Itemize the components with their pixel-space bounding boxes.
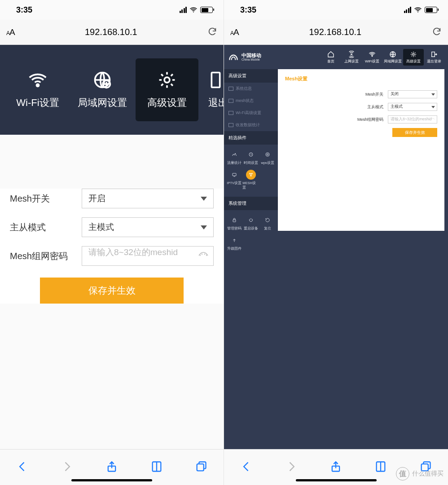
- mesh-mode-label-r: 主从模式: [352, 104, 383, 110]
- tnav-wan[interactable]: 上网设置: [341, 49, 362, 66]
- watermark: 值什么值得买: [396, 467, 444, 481]
- svg-point-16: [267, 154, 268, 155]
- bookmarks-button[interactable]: [374, 460, 387, 475]
- svg-rect-21: [233, 220, 236, 222]
- mesh-form: Mesh开关 开启 主从模式 主模式 Mesh组网密码 请输入8~32位的mes…: [0, 189, 224, 304]
- sys-reboot[interactable]: 重启设备: [242, 213, 259, 233]
- wifi-icon: [189, 6, 198, 14]
- svg-point-9: [351, 53, 352, 55]
- back-button[interactable]: [16, 460, 29, 475]
- browser-address-bar[interactable]: AA 192.168.10.1: [224, 20, 448, 45]
- mesh-pwd-label-r: Mesh组网密码: [352, 117, 383, 123]
- svg-rect-7: [197, 464, 204, 471]
- clock: 3:35: [240, 5, 256, 15]
- browser-address-bar[interactable]: AA 192.168.10.1: [0, 20, 224, 45]
- plugin-mesh[interactable]: MESH设置: [242, 168, 259, 192]
- svg-point-10: [372, 56, 373, 57]
- mesh-mode-select[interactable]: 主模式: [82, 217, 214, 237]
- sidebar-item-traffic[interactable]: 收发数据统计: [224, 119, 278, 131]
- nav-lan[interactable]: 局域网设置: [71, 58, 134, 121]
- svg-rect-5: [211, 73, 220, 88]
- refresh-button[interactable]: [207, 26, 217, 38]
- sidebar-item-meshstat[interactable]: mesh状态: [224, 95, 278, 107]
- clock: 3:35: [16, 5, 32, 15]
- nav-advanced[interactable]: 高级设置: [136, 58, 198, 121]
- url-display[interactable]: 192.168.10.1: [19, 27, 203, 37]
- chevron-down-icon: [431, 93, 435, 96]
- plugin-wps[interactable]: wps设置: [259, 147, 276, 168]
- sidebar-item-sysinfo[interactable]: 系统信息: [224, 83, 278, 95]
- mesh-password-label: Mesh组网密码: [10, 250, 82, 262]
- mesh-mode-select-r[interactable]: 主模式: [388, 103, 437, 111]
- home-indicator: [296, 479, 377, 481]
- sidebar: 高级设置 系统信息 mesh状态 Wi-Fi高级设置 收发数据统计 精选插件 流…: [224, 69, 278, 258]
- battery-icon: [425, 7, 437, 13]
- content-panel: Mesh设置 Mesh开关 关闭 主从模式 主模式 Mesh组网密码 请输入8~…: [278, 69, 444, 231]
- tabs-button[interactable]: [195, 460, 207, 475]
- url-display[interactable]: 192.168.10.1: [243, 27, 427, 37]
- mesh-mode-label: 主从模式: [10, 221, 82, 234]
- mesh-pwd-input-r[interactable]: 请输入8~32位的meshid: [388, 115, 437, 123]
- plugin-iptv[interactable]: IPTV设置: [226, 168, 242, 192]
- tnav-wifi[interactable]: WiFi设置: [362, 49, 382, 66]
- mesh-switch-select-r[interactable]: 关闭: [388, 90, 437, 98]
- tnav-advanced[interactable]: 高级设置: [403, 49, 424, 66]
- text-size-button[interactable]: AA: [6, 27, 15, 37]
- sidebar-header-advanced: 高级设置: [224, 69, 278, 83]
- sidebar-item-wifiadv[interactable]: Wi-Fi高级设置: [224, 107, 278, 119]
- sidebar-header-plugins: 精选插件: [224, 131, 278, 145]
- content-title: Mesh设置: [285, 75, 437, 82]
- svg-point-8: [417, 11, 418, 12]
- nav-wifi[interactable]: Wi-Fi设置: [6, 58, 69, 121]
- home-indicator: [71, 479, 152, 481]
- svg-point-15: [266, 153, 269, 156]
- mesh-password-input[interactable]: 请输入8~32位的meshid: [82, 246, 214, 266]
- admin-top-nav: 中国移动China Mobile 首页 上网设置 WiFi设置 局域网设置 高级…: [224, 45, 448, 69]
- sidebar-header-system: 系统管理: [224, 197, 278, 210]
- mesh-switch-label-r: Mesh开关: [352, 92, 383, 97]
- status-bar: 3:35: [0, 0, 224, 20]
- cellular-icon: [180, 7, 187, 13]
- back-button[interactable]: [240, 460, 253, 475]
- page-background: [224, 258, 448, 449]
- brand-logo: 中国移动China Mobile: [228, 51, 261, 63]
- wifi-icon: [414, 6, 422, 14]
- sys-upgrade[interactable]: 升级固件: [226, 233, 242, 253]
- forward-button[interactable]: [285, 460, 298, 475]
- share-button[interactable]: [105, 460, 118, 475]
- svg-point-1: [36, 84, 39, 86]
- tnav-home[interactable]: 首页: [321, 49, 341, 66]
- svg-rect-17: [233, 173, 236, 176]
- svg-point-12: [413, 53, 414, 55]
- nav-logout[interactable]: 退出: [200, 58, 224, 121]
- sys-password[interactable]: 管理密码: [226, 213, 242, 233]
- svg-point-4: [164, 77, 170, 83]
- cellular-icon: [404, 7, 412, 13]
- save-button[interactable]: 保存并生效: [40, 278, 184, 304]
- svg-rect-13: [432, 52, 435, 57]
- battery-icon: [200, 7, 213, 13]
- chevron-down-icon: [201, 225, 207, 229]
- chevron-down-icon: [431, 106, 435, 108]
- chevron-down-icon: [201, 197, 207, 201]
- status-bar: 3:35: [224, 0, 448, 20]
- forward-button[interactable]: [61, 460, 73, 475]
- plugin-traffic[interactable]: 流量统计: [226, 147, 242, 168]
- eye-icon[interactable]: [198, 251, 209, 262]
- eye-icon[interactable]: [430, 117, 435, 122]
- top-nav: Wi-Fi设置 局域网设置 高级设置 退出: [0, 45, 224, 135]
- mesh-switch-label: Mesh开关: [10, 193, 82, 205]
- sys-reset[interactable]: 复位: [259, 213, 276, 233]
- tnav-logout[interactable]: 退出登录: [424, 49, 444, 66]
- tnav-lan[interactable]: 局域网设置: [382, 49, 403, 66]
- bookmarks-button[interactable]: [150, 460, 163, 475]
- share-button[interactable]: [329, 460, 342, 475]
- text-size-button[interactable]: AA: [230, 27, 239, 37]
- plugin-time[interactable]: 时间设置: [242, 147, 259, 168]
- admin-body: 高级设置 系统信息 mesh状态 Wi-Fi高级设置 收发数据统计 精选插件 流…: [224, 69, 448, 258]
- refresh-button[interactable]: [432, 26, 442, 38]
- mesh-switch-select[interactable]: 开启: [82, 189, 214, 208]
- svg-point-0: [193, 11, 194, 12]
- save-button-r[interactable]: 保存并生效: [392, 128, 437, 137]
